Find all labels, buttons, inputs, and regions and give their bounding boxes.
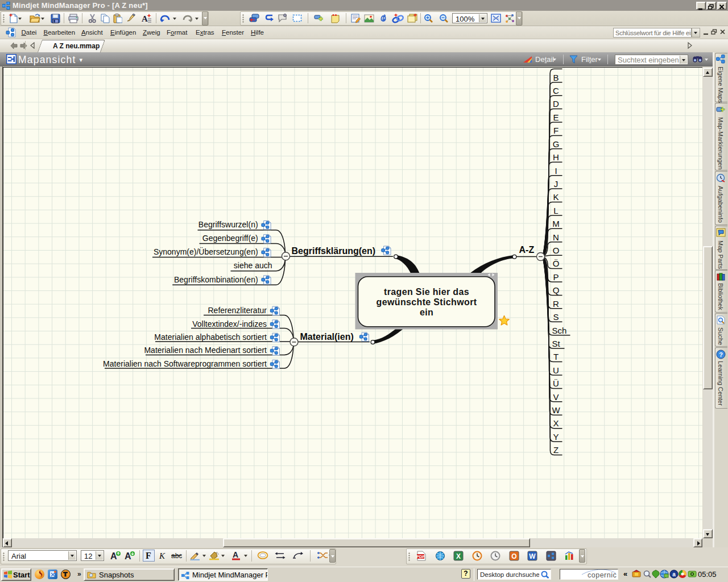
svg-text:A: A	[233, 551, 238, 559]
svg-text:O: O	[511, 552, 516, 560]
svg-text:F: F	[146, 551, 151, 560]
svg-text:a: a	[672, 571, 676, 577]
svg-text:?: ?	[719, 351, 723, 358]
svg-text:K: K	[159, 551, 166, 560]
svg-text:X: X	[456, 552, 461, 560]
svg-text:A: A	[142, 14, 148, 23]
svg-text:A: A	[110, 551, 117, 561]
svg-text:W: W	[529, 552, 536, 560]
svg-text:A: A	[125, 551, 131, 561]
svg-text:PDF: PDF	[416, 554, 425, 559]
